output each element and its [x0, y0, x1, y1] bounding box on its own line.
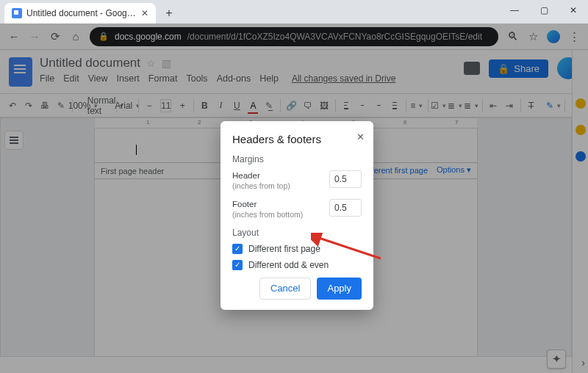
footer-margin-input[interactable]	[329, 199, 362, 217]
apply-button[interactable]: Apply	[317, 278, 362, 300]
tab-title: Untitled document - Google Doc	[26, 8, 137, 18]
tab-close-icon[interactable]: ✕	[141, 8, 148, 18]
header-margin-sublabel: (inches from top)	[232, 181, 290, 190]
different-odd-even-checkbox[interactable]: ✓	[232, 260, 243, 270]
docs-favicon-icon	[12, 8, 22, 18]
headers-footers-dialog: Headers & footers ✕ Margins Header (inch…	[220, 121, 373, 310]
layout-section-label: Layout	[232, 228, 362, 238]
header-margin-input[interactable]	[329, 170, 362, 188]
browser-tab[interactable]: Untitled document - Google Doc ✕	[4, 3, 156, 23]
dialog-title: Headers & footers	[232, 133, 362, 145]
window-close-button[interactable]: ✕	[559, 0, 588, 21]
margins-section-label: Margins	[232, 154, 362, 164]
dialog-close-icon[interactable]: ✕	[356, 131, 365, 142]
cancel-button[interactable]: Cancel	[259, 278, 311, 300]
browser-titlebar: Untitled document - Google Doc ✕ + — ▢ ✕	[0, 0, 588, 23]
header-margin-label: Header	[232, 170, 290, 181]
new-tab-button[interactable]: +	[160, 4, 178, 22]
window-maximize-button[interactable]: ▢	[529, 0, 559, 21]
window-controls: — ▢ ✕	[500, 0, 588, 21]
different-first-page-checkbox[interactable]: ✓	[232, 244, 243, 254]
footer-margin-sublabel: (inches from bottom)	[232, 210, 303, 219]
window-minimize-button[interactable]: —	[500, 0, 529, 21]
different-first-page-label: Different first page	[248, 244, 320, 254]
footer-margin-label: Footer	[232, 199, 303, 210]
different-odd-even-label: Different odd & even	[248, 260, 329, 270]
